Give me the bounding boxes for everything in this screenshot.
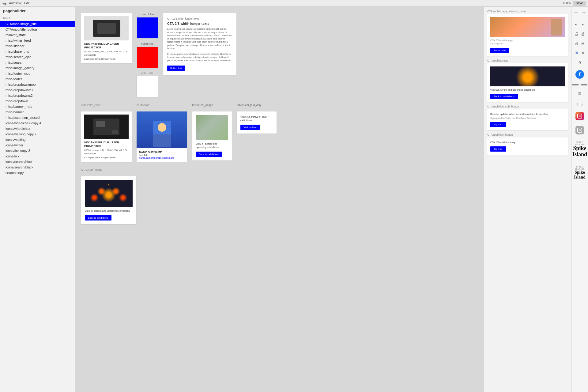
x-icon-1[interactable]: ✕ <box>575 51 579 55</box>
cta-2col-image-button[interactable]: Back to exhibitions <box>196 152 222 157</box>
logo-block-1: Spike Island SpikeIsland <box>571 140 588 159</box>
logo-label-1: Spike Island <box>572 141 587 145</box>
sidebar-item-misc-search[interactable]: misc/search <box>0 60 75 65</box>
sidebar-item-misc-twitter-feed[interactable]: misc/twitter_feed <box>0 38 75 43</box>
colour-red-swatch[interactable] <box>137 47 158 68</box>
colour-blue-swatch[interactable] <box>137 17 158 39</box>
printer-icon-2[interactable]: 🖨 <box>581 32 585 36</box>
sidebar-item-icons-search-black[interactable]: icons/search/black <box>0 164 75 170</box>
sidebar-item-misc-footer-mob[interactable]: misc/footer_mob <box>0 71 75 76</box>
sidebar-item-icons-wheelchair[interactable]: icons/wheelchair <box>0 126 75 131</box>
cta-2col-image-col: CTA/2-col_image View all current and upc… <box>192 104 232 160</box>
top-bar-right: 100% Save <box>563 1 586 6</box>
cta-23width-longer: CTA 2/3-width longer texts CTA 2/3-width… <box>163 13 236 75</box>
sidebar-item-icons-walking[interactable]: icons/walking <box>0 137 75 142</box>
x-icon-2[interactable]: ✕ <box>581 51 585 55</box>
dash-icon-2[interactable] <box>581 84 587 85</box>
sidebar-item-icons-wheelchair-copy4[interactable]: icons/wheelchair copy 4 <box>0 120 75 126</box>
far-right-panel: → → ⌄ ⌄ 🖨 🖨 🖨 🖨 ✕ ✕ 9 f <box>571 7 588 392</box>
sidebar-item-cta-mob-image-title[interactable]: CTA/mob/image_title <box>0 21 75 27</box>
staff-email[interactable]: name.surname@spikeisland.org <box>139 156 185 159</box>
sidebar-item-misc-dropdown-x3[interactable]: misc/dropdown/x3 <box>0 87 75 93</box>
cta-23width-body-2: Et harum quidem rerum facilis est et exp… <box>167 53 232 62</box>
right-cta-label-2: CTA/mob/portrait <box>487 59 568 62</box>
facebook-icon[interactable]: f <box>575 70 584 79</box>
cta-2col-text-button[interactable]: Visit archive <box>240 125 260 130</box>
printer-icon-1[interactable]: 🖨 <box>575 32 579 36</box>
sidebar-item-misc-image-gallery[interactable]: misc/image_gallery <box>0 65 75 71</box>
arrow-right-icon-2[interactable]: → <box>581 10 586 15</box>
cta-23width-label: CTA 2/3-width longer texts <box>167 17 232 20</box>
right-cta-button-3[interactable]: Sign up <box>490 122 506 127</box>
cta-23width-body: Lorem ipsum dolor sit amet, consectetur … <box>167 28 232 50</box>
chevron-down-icon-2[interactable]: ⌄ <box>581 21 586 26</box>
sidebar-item-icons-twitter[interactable]: icons/twitter <box>0 142 75 148</box>
left-sidebar: pagebuilder tools CTA/mob/image_title CT… <box>0 7 75 392</box>
right-cta-label-1: CTA/mob/image_title sub_button <box>487 10 568 13</box>
cta-23width-button[interactable]: Button text <box>167 66 185 71</box>
chevron-down-icon-1[interactable]: ⌄ <box>574 21 579 26</box>
sidebar-item-rollover-state[interactable]: rollover_state <box>0 32 75 38</box>
equipment-desc-2: 8000 Lumens, HD, 1920×1200, 4K DCI compa… <box>84 149 129 155</box>
save-button[interactable]: Save <box>573 1 586 6</box>
printer-icon-4[interactable]: 🖨 <box>581 41 585 45</box>
staff-photo <box>137 111 187 148</box>
right-cta-label-3: CTA/mob/title_sub_button <box>487 105 568 108</box>
printer-icon-3[interactable]: 🖨 <box>575 41 579 45</box>
right-cta-desc-1: Description <box>490 42 565 45</box>
zoom-level: 100% <box>563 2 571 5</box>
sidebar-item-misc-banner-mob[interactable]: misc/banner_mob <box>0 104 75 109</box>
equipment-price-1: £120 per day/£360 per week <box>84 58 129 60</box>
sidebar-item-misc-banner[interactable]: misc/banner <box>0 109 75 115</box>
right-cta-image-1 <box>490 17 565 37</box>
cta-2col-text-only-text: View our archive of past exhibitions <box>240 115 273 122</box>
sidebar-item-icons-walking-copy7[interactable]: icons/walking copy 7 <box>0 131 75 137</box>
edit-button[interactable]: Edit <box>24 2 29 5</box>
staff-role: Job Title <box>139 154 185 156</box>
staff-name: NAME SURNAME <box>139 151 185 154</box>
right-cta-block-1: CTA 2/3-width image Description Button t… <box>487 14 568 56</box>
sidebar-item-misc-accordion-closed[interactable]: misc/accordion_closed <box>0 115 75 120</box>
equipment-image-2 <box>84 115 129 139</box>
instagram-icon-2[interactable] <box>575 126 584 134</box>
sidebar-item-misc-share-this[interactable]: misc/share_this <box>0 49 75 54</box>
app-menu[interactable]: ws <box>2 2 6 5</box>
logo-text-2: SpikeIsland <box>573 170 587 180</box>
sidebar-item-misc-dropdown-x2[interactable]: misc/dropdown/x2 <box>0 93 75 98</box>
arrow-right-icon-1[interactable]: → <box>573 10 579 15</box>
sidebar-item-icons-tick-copy3[interactable]: icons/tick copy 3 <box>0 148 75 153</box>
sidebar-item-misc-sidebar[interactable]: misc/sidebar <box>0 43 75 49</box>
music-icon-2[interactable]: ♪ <box>581 102 583 106</box>
right-cta-label-4: CTA/mob/title_button <box>487 133 568 136</box>
dash-icon-1[interactable] <box>572 84 579 85</box>
sidebar-item-misc-dropdown-mob[interactable]: misc/dropdown/mob <box>0 82 75 87</box>
dash-icons-row <box>572 84 587 85</box>
right-cta-button-2[interactable]: Back to exhibitions <box>490 94 518 99</box>
equipment-card-1: NEC PX803UL DLP LASER PROJECTOR 8000 Lum… <box>81 13 132 63</box>
sidebar-item-misc-footer[interactable]: misc/footer <box>0 76 75 82</box>
music-icon-1[interactable]: ♪ <box>576 102 579 106</box>
right-cta-button-4[interactable]: Sign up <box>490 146 506 152</box>
sidebar-item-misc-search-op2[interactable]: misc/search_op2 <box>0 54 75 60</box>
cta-3col-button[interactable]: Back to exhibitions <box>85 215 111 221</box>
sidebar-item-misc-dropdown[interactable]: misc/dropdown <box>0 98 75 104</box>
sidebar-item-icons-tick[interactable]: icons/tick <box>0 153 75 159</box>
sidebar-item-cta-mob-title-button[interactable]: CTA/mob/title_button <box>0 27 75 32</box>
music-icons-row: ♪ ♪ <box>576 102 583 106</box>
top-bar: ws Autosave Edit 100% Save <box>0 0 588 7</box>
equipment-price-2: £120 per day/£360 per week <box>84 156 129 159</box>
printer-icons-row-1: 🖨 🖨 <box>575 32 585 36</box>
main-container: pagebuilder tools CTA/mob/image_title CT… <box>0 7 588 392</box>
staff-label: cards/staff <box>137 104 187 107</box>
right-cta-text-2: View all current and upcoming exhibition… <box>490 88 565 92</box>
menu-icon[interactable]: ≡ <box>578 91 582 96</box>
cta-3col-card: View all current and upcoming exhibition… <box>81 176 136 224</box>
colour-white-item: colo...hite <box>137 72 158 97</box>
instagram-icon-1[interactable] <box>575 112 584 120</box>
cta-2col-interior-image <box>196 115 228 140</box>
sidebar-item-search-copy[interactable]: search copy <box>0 170 75 175</box>
sidebar-item-icons-search-blue[interactable]: icons/search/blue <box>0 159 75 164</box>
right-cta-button-1[interactable]: Button text <box>490 48 509 53</box>
colour-white-swatch[interactable] <box>137 76 158 97</box>
colour-blue-item: colo.../blue <box>137 13 158 39</box>
